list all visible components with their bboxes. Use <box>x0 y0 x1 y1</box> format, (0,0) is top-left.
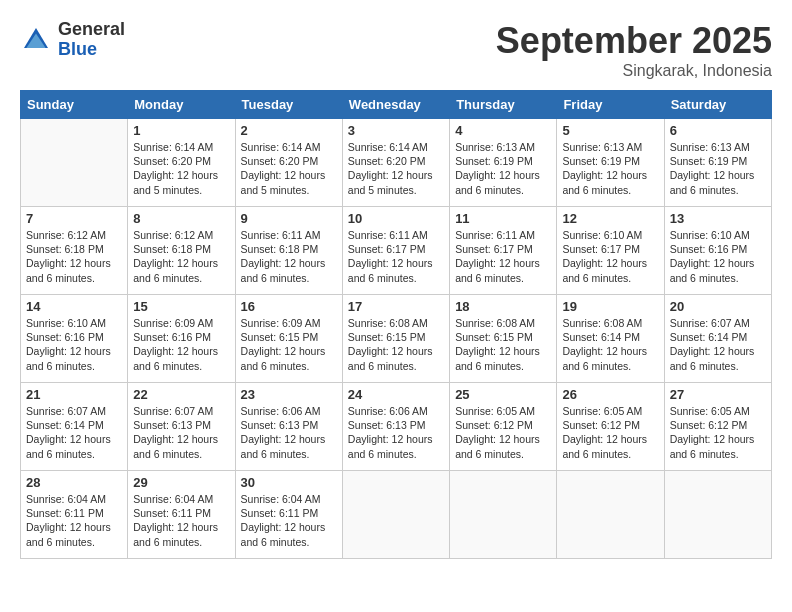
day-info: Sunrise: 6:05 AMSunset: 6:12 PMDaylight:… <box>670 405 755 460</box>
day-info: Sunrise: 6:07 AMSunset: 6:14 PMDaylight:… <box>26 405 111 460</box>
day-info: Sunrise: 6:14 AMSunset: 6:20 PMDaylight:… <box>348 141 433 196</box>
calendar-cell: 14 Sunrise: 6:10 AMSunset: 6:16 PMDaylig… <box>21 295 128 383</box>
calendar-cell: 15 Sunrise: 6:09 AMSunset: 6:16 PMDaylig… <box>128 295 235 383</box>
day-number: 12 <box>562 211 658 226</box>
day-info: Sunrise: 6:09 AMSunset: 6:15 PMDaylight:… <box>241 317 326 372</box>
calendar-cell: 27 Sunrise: 6:05 AMSunset: 6:12 PMDaylig… <box>664 383 771 471</box>
day-number: 14 <box>26 299 122 314</box>
calendar-cell: 18 Sunrise: 6:08 AMSunset: 6:15 PMDaylig… <box>450 295 557 383</box>
weekday-header-saturday: Saturday <box>664 91 771 119</box>
calendar-cell: 6 Sunrise: 6:13 AMSunset: 6:19 PMDayligh… <box>664 119 771 207</box>
day-info: Sunrise: 6:10 AMSunset: 6:17 PMDaylight:… <box>562 229 647 284</box>
location: Singkarak, Indonesia <box>496 62 772 80</box>
day-number: 1 <box>133 123 229 138</box>
day-info: Sunrise: 6:06 AMSunset: 6:13 PMDaylight:… <box>241 405 326 460</box>
logo-blue-text: Blue <box>58 40 125 60</box>
calendar-cell: 22 Sunrise: 6:07 AMSunset: 6:13 PMDaylig… <box>128 383 235 471</box>
day-info: Sunrise: 6:12 AMSunset: 6:18 PMDaylight:… <box>133 229 218 284</box>
day-number: 6 <box>670 123 766 138</box>
day-number: 27 <box>670 387 766 402</box>
day-number: 28 <box>26 475 122 490</box>
logo-icon <box>20 24 52 56</box>
day-number: 11 <box>455 211 551 226</box>
page-header: General Blue September 2025 Singkarak, I… <box>20 20 772 80</box>
day-info: Sunrise: 6:05 AMSunset: 6:12 PMDaylight:… <box>455 405 540 460</box>
calendar-cell: 12 Sunrise: 6:10 AMSunset: 6:17 PMDaylig… <box>557 207 664 295</box>
calendar-cell: 4 Sunrise: 6:13 AMSunset: 6:19 PMDayligh… <box>450 119 557 207</box>
calendar-cell: 29 Sunrise: 6:04 AMSunset: 6:11 PMDaylig… <box>128 471 235 559</box>
day-number: 25 <box>455 387 551 402</box>
calendar-cell: 2 Sunrise: 6:14 AMSunset: 6:20 PMDayligh… <box>235 119 342 207</box>
day-number: 8 <box>133 211 229 226</box>
day-number: 29 <box>133 475 229 490</box>
day-info: Sunrise: 6:05 AMSunset: 6:12 PMDaylight:… <box>562 405 647 460</box>
calendar-cell: 23 Sunrise: 6:06 AMSunset: 6:13 PMDaylig… <box>235 383 342 471</box>
day-number: 4 <box>455 123 551 138</box>
calendar-cell: 5 Sunrise: 6:13 AMSunset: 6:19 PMDayligh… <box>557 119 664 207</box>
calendar-cell: 19 Sunrise: 6:08 AMSunset: 6:14 PMDaylig… <box>557 295 664 383</box>
day-number: 13 <box>670 211 766 226</box>
day-info: Sunrise: 6:13 AMSunset: 6:19 PMDaylight:… <box>670 141 755 196</box>
day-number: 30 <box>241 475 337 490</box>
day-number: 22 <box>133 387 229 402</box>
day-number: 10 <box>348 211 444 226</box>
calendar-cell: 7 Sunrise: 6:12 AMSunset: 6:18 PMDayligh… <box>21 207 128 295</box>
day-number: 7 <box>26 211 122 226</box>
day-number: 24 <box>348 387 444 402</box>
day-number: 9 <box>241 211 337 226</box>
calendar-cell: 3 Sunrise: 6:14 AMSunset: 6:20 PMDayligh… <box>342 119 449 207</box>
day-info: Sunrise: 6:09 AMSunset: 6:16 PMDaylight:… <box>133 317 218 372</box>
day-number: 20 <box>670 299 766 314</box>
logo-general-text: General <box>58 20 125 40</box>
calendar-cell: 20 Sunrise: 6:07 AMSunset: 6:14 PMDaylig… <box>664 295 771 383</box>
calendar-cell: 30 Sunrise: 6:04 AMSunset: 6:11 PMDaylig… <box>235 471 342 559</box>
day-number: 18 <box>455 299 551 314</box>
calendar-week-row: 7 Sunrise: 6:12 AMSunset: 6:18 PMDayligh… <box>21 207 772 295</box>
calendar-cell <box>21 119 128 207</box>
weekday-header-monday: Monday <box>128 91 235 119</box>
calendar-cell: 16 Sunrise: 6:09 AMSunset: 6:15 PMDaylig… <box>235 295 342 383</box>
calendar-cell: 9 Sunrise: 6:11 AMSunset: 6:18 PMDayligh… <box>235 207 342 295</box>
calendar-cell: 1 Sunrise: 6:14 AMSunset: 6:20 PMDayligh… <box>128 119 235 207</box>
title-block: September 2025 Singkarak, Indonesia <box>496 20 772 80</box>
calendar-week-row: 14 Sunrise: 6:10 AMSunset: 6:16 PMDaylig… <box>21 295 772 383</box>
calendar-cell: 13 Sunrise: 6:10 AMSunset: 6:16 PMDaylig… <box>664 207 771 295</box>
calendar-week-row: 1 Sunrise: 6:14 AMSunset: 6:20 PMDayligh… <box>21 119 772 207</box>
day-number: 15 <box>133 299 229 314</box>
calendar-week-row: 21 Sunrise: 6:07 AMSunset: 6:14 PMDaylig… <box>21 383 772 471</box>
calendar-cell: 28 Sunrise: 6:04 AMSunset: 6:11 PMDaylig… <box>21 471 128 559</box>
day-info: Sunrise: 6:12 AMSunset: 6:18 PMDaylight:… <box>26 229 111 284</box>
weekday-header-row: SundayMondayTuesdayWednesdayThursdayFrid… <box>21 91 772 119</box>
calendar-table: SundayMondayTuesdayWednesdayThursdayFrid… <box>20 90 772 559</box>
calendar-cell: 10 Sunrise: 6:11 AMSunset: 6:17 PMDaylig… <box>342 207 449 295</box>
month-title: September 2025 <box>496 20 772 62</box>
day-info: Sunrise: 6:04 AMSunset: 6:11 PMDaylight:… <box>26 493 111 548</box>
calendar-cell <box>557 471 664 559</box>
day-number: 16 <box>241 299 337 314</box>
day-number: 23 <box>241 387 337 402</box>
day-info: Sunrise: 6:13 AMSunset: 6:19 PMDaylight:… <box>562 141 647 196</box>
weekday-header-friday: Friday <box>557 91 664 119</box>
calendar-cell <box>664 471 771 559</box>
weekday-header-thursday: Thursday <box>450 91 557 119</box>
day-info: Sunrise: 6:08 AMSunset: 6:15 PMDaylight:… <box>455 317 540 372</box>
day-number: 21 <box>26 387 122 402</box>
calendar-cell: 25 Sunrise: 6:05 AMSunset: 6:12 PMDaylig… <box>450 383 557 471</box>
day-number: 5 <box>562 123 658 138</box>
day-number: 17 <box>348 299 444 314</box>
weekday-header-sunday: Sunday <box>21 91 128 119</box>
calendar-cell <box>342 471 449 559</box>
day-info: Sunrise: 6:14 AMSunset: 6:20 PMDaylight:… <box>241 141 326 196</box>
day-info: Sunrise: 6:07 AMSunset: 6:14 PMDaylight:… <box>670 317 755 372</box>
day-number: 2 <box>241 123 337 138</box>
day-number: 3 <box>348 123 444 138</box>
day-number: 26 <box>562 387 658 402</box>
calendar-cell: 24 Sunrise: 6:06 AMSunset: 6:13 PMDaylig… <box>342 383 449 471</box>
calendar-week-row: 28 Sunrise: 6:04 AMSunset: 6:11 PMDaylig… <box>21 471 772 559</box>
day-info: Sunrise: 6:11 AMSunset: 6:17 PMDaylight:… <box>348 229 433 284</box>
day-info: Sunrise: 6:10 AMSunset: 6:16 PMDaylight:… <box>26 317 111 372</box>
day-info: Sunrise: 6:07 AMSunset: 6:13 PMDaylight:… <box>133 405 218 460</box>
calendar-cell: 17 Sunrise: 6:08 AMSunset: 6:15 PMDaylig… <box>342 295 449 383</box>
day-info: Sunrise: 6:11 AMSunset: 6:18 PMDaylight:… <box>241 229 326 284</box>
day-info: Sunrise: 6:08 AMSunset: 6:15 PMDaylight:… <box>348 317 433 372</box>
